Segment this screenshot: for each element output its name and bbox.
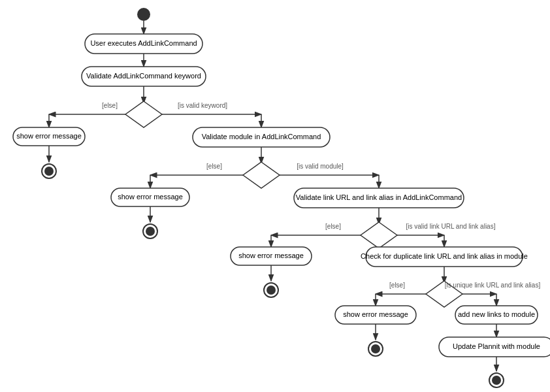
- label-else2: [else]: [206, 163, 222, 170]
- end-node-3-inner: [267, 286, 276, 295]
- label-n2: Validate AddLinkCommand keyword: [86, 72, 201, 80]
- label-else4: [else]: [389, 282, 405, 289]
- diamond-d3: [361, 222, 397, 248]
- label-else1: [else]: [102, 102, 118, 109]
- label-n1: User executes AddLinkCommand: [90, 39, 197, 47]
- label-n9: show error message: [343, 310, 408, 318]
- label-valid-module: [is valid module]: [297, 163, 344, 170]
- label-valid-keyword: [is valid keyword]: [178, 102, 227, 109]
- diamond-d2: [243, 162, 280, 188]
- end-node-1-inner: [44, 167, 54, 176]
- label-n11: Update Plannit with module: [453, 342, 540, 350]
- diamond-d1: [125, 101, 162, 127]
- end-node-2-inner: [146, 227, 155, 236]
- end-node-5-inner: [492, 376, 501, 385]
- label-n4: Validate module in AddLinkCommand: [202, 133, 321, 140]
- label-valid-link: [is valid link URL and link alias]: [406, 223, 496, 230]
- start-node: [137, 8, 150, 21]
- label-n8: Check for duplicate link URL and link al…: [361, 252, 528, 260]
- end-node-4-inner: [371, 344, 380, 353]
- label-n3: show error message: [16, 132, 82, 140]
- label-n5: show error message: [118, 193, 183, 201]
- label-n7: show error message: [238, 252, 304, 259]
- label-else3: [else]: [325, 223, 341, 230]
- label-n10: add new links to module: [458, 310, 535, 318]
- label-unique-link: [is unique link URL and link alias]: [445, 282, 541, 289]
- activity-diagram: User executes AddLinkCommand Validate Ad…: [0, 0, 550, 392]
- label-n6: Validate link URL and link alias in AddL…: [296, 193, 462, 201]
